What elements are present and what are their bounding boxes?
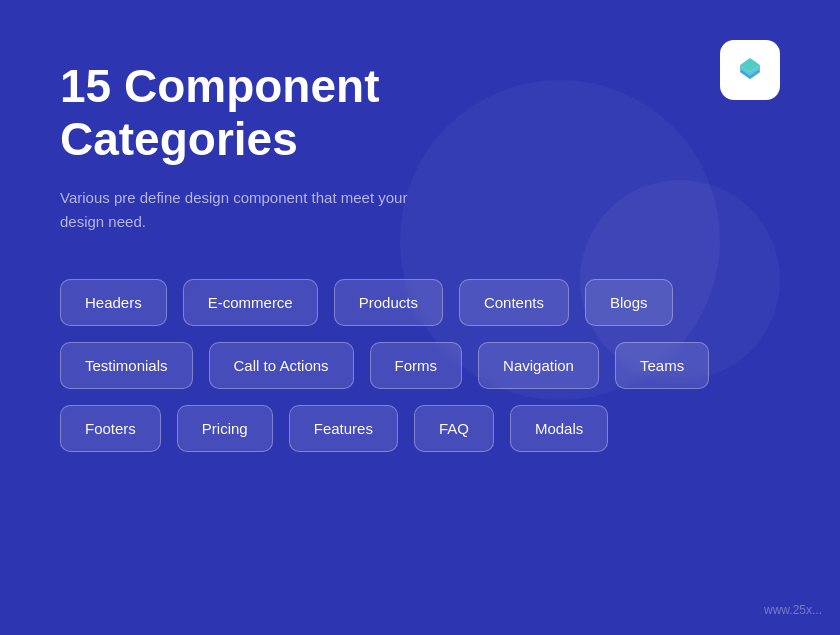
category-pricing[interactable]: Pricing bbox=[177, 405, 273, 452]
category-products[interactable]: Products bbox=[334, 279, 443, 326]
category-forms[interactable]: Forms bbox=[370, 342, 463, 389]
category-call-to-actions[interactable]: Call to Actions bbox=[209, 342, 354, 389]
watermark: www.25x... bbox=[764, 603, 822, 617]
logo-wrapper bbox=[720, 40, 780, 100]
category-row-1: Headers E-commerce Products Contents Blo… bbox=[60, 279, 780, 326]
category-blogs[interactable]: Blogs bbox=[585, 279, 673, 326]
category-headers[interactable]: Headers bbox=[60, 279, 167, 326]
category-navigation[interactable]: Navigation bbox=[478, 342, 599, 389]
categories-grid: Headers E-commerce Products Contents Blo… bbox=[60, 279, 780, 452]
category-contents[interactable]: Contents bbox=[459, 279, 569, 326]
category-modals[interactable]: Modals bbox=[510, 405, 608, 452]
category-features[interactable]: Features bbox=[289, 405, 398, 452]
main-container: 15 Component Categories Various pre defi… bbox=[0, 0, 840, 635]
category-ecommerce[interactable]: E-commerce bbox=[183, 279, 318, 326]
category-row-3: Footers Pricing Features FAQ Modals bbox=[60, 405, 780, 452]
category-testimonials[interactable]: Testimonials bbox=[60, 342, 193, 389]
logo-icon bbox=[732, 52, 768, 88]
page-subtitle: Various pre define design component that… bbox=[60, 186, 440, 234]
category-row-2: Testimonials Call to Actions Forms Navig… bbox=[60, 342, 780, 389]
category-footers[interactable]: Footers bbox=[60, 405, 161, 452]
category-teams[interactable]: Teams bbox=[615, 342, 709, 389]
category-faq[interactable]: FAQ bbox=[414, 405, 494, 452]
